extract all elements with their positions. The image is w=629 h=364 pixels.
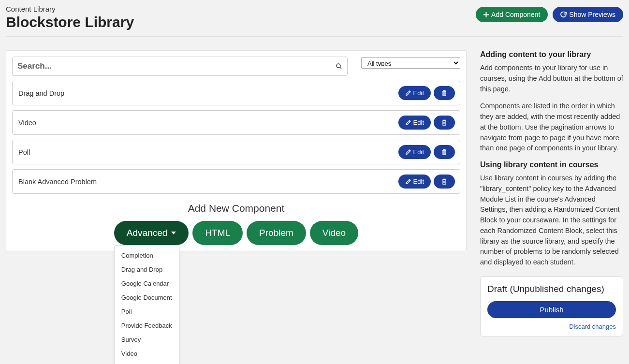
edit-label: Edit: [413, 178, 424, 185]
add-advanced-label: Advanced: [127, 228, 168, 238]
component-actions: Edit: [398, 145, 455, 159]
component-actions: Edit: [398, 116, 455, 130]
component-name: Video: [18, 119, 36, 127]
discard-changes-link[interactable]: Discard changes: [487, 323, 616, 330]
add-video-button[interactable]: Video: [310, 221, 358, 245]
add-html-button[interactable]: HTML: [192, 221, 243, 245]
advanced-menu-item[interactable]: Provide Feedback: [115, 319, 179, 333]
component-item: VideoEdit: [12, 110, 460, 135]
sidebar-heading-adding: Adding content to your library: [480, 50, 623, 59]
advanced-menu-item[interactable]: Google Document: [115, 291, 179, 305]
advanced-menu-item[interactable]: Completion: [115, 248, 179, 262]
breadcrumb: Content Library: [6, 5, 134, 13]
component-name: Drag and Drop: [18, 89, 64, 97]
component-name: Poll: [18, 148, 30, 156]
type-filter-select[interactable]: All types: [361, 57, 460, 69]
advanced-menu-item[interactable]: Drag and Drop: [115, 262, 179, 277]
sidebar: Adding content to your library Add compo…: [480, 50, 623, 336]
component-item: PollEdit: [12, 140, 460, 164]
advanced-menu-item[interactable]: Survey: [115, 333, 179, 347]
add-component-label: Add Component: [491, 11, 540, 18]
publish-card: Draft (Unpublished changes) Publish Disc…: [480, 277, 623, 336]
edit-button[interactable]: Edit: [398, 175, 431, 189]
component-item: Blank Advanced ProblemEdit: [12, 169, 460, 194]
add-problem-button[interactable]: Problem: [247, 221, 306, 245]
publish-button[interactable]: Publish: [487, 301, 616, 318]
component-actions: Edit: [398, 175, 455, 189]
trash-icon: [441, 90, 447, 96]
component-item: Drag and DropEdit: [12, 81, 460, 105]
sidebar-text: Use library content in courses by adding…: [480, 173, 623, 268]
edit-label: Edit: [413, 119, 424, 126]
delete-button[interactable]: [434, 86, 455, 100]
edit-label: Edit: [413, 148, 424, 156]
search-input[interactable]: [12, 57, 348, 76]
edit-button[interactable]: Edit: [398, 145, 431, 159]
advanced-menu-item[interactable]: Poll: [115, 305, 179, 319]
main-panel: All types Drag and DropEditVideoEditPoll…: [6, 50, 467, 251]
add-new-component-title: Add New Component: [12, 203, 460, 214]
sidebar-text: Components are listed in the order in wh…: [480, 101, 623, 154]
show-previews-button[interactable]: Show Previews: [553, 7, 623, 22]
publish-status: Draft (Unpublished changes): [487, 284, 616, 294]
trash-icon: [441, 149, 447, 155]
edit-label: Edit: [413, 89, 424, 97]
delete-button[interactable]: [434, 145, 455, 159]
edit-button[interactable]: Edit: [398, 116, 431, 130]
refresh-icon: [560, 12, 567, 18]
plus-icon: [483, 12, 489, 17]
trash-icon: [441, 119, 447, 126]
edit-icon: [405, 90, 411, 96]
delete-button[interactable]: [434, 175, 455, 189]
sidebar-heading-using: Using library content in courses: [480, 160, 623, 169]
page-title: Blockstore Library: [6, 14, 134, 30]
advanced-dropdown-menu: CompletionDrag and DropGoogle CalendarGo…: [114, 245, 179, 364]
advanced-menu-item[interactable]: Google Calendar: [115, 277, 179, 291]
component-actions: Edit: [398, 86, 455, 100]
edit-icon: [405, 178, 411, 185]
caret-down-icon: [171, 232, 176, 234]
show-previews-label: Show Previews: [569, 11, 615, 18]
delete-button[interactable]: [434, 116, 455, 130]
advanced-menu-item[interactable]: Video: [115, 347, 179, 361]
sidebar-text: Add components to your library for use i…: [480, 63, 623, 94]
trash-icon: [441, 178, 447, 185]
edit-button[interactable]: Edit: [398, 86, 431, 100]
add-advanced-button[interactable]: Advanced: [114, 221, 189, 245]
advanced-menu-item[interactable]: Word cloud: [115, 361, 179, 364]
component-list: Drag and DropEditVideoEditPollEditBlank …: [12, 81, 460, 194]
add-component-button[interactable]: Add Component: [476, 7, 548, 22]
edit-icon: [405, 119, 411, 126]
edit-icon: [405, 149, 411, 155]
page-header: Content Library Blockstore Library Add C…: [6, 5, 623, 37]
component-name: Blank Advanced Problem: [18, 178, 97, 186]
